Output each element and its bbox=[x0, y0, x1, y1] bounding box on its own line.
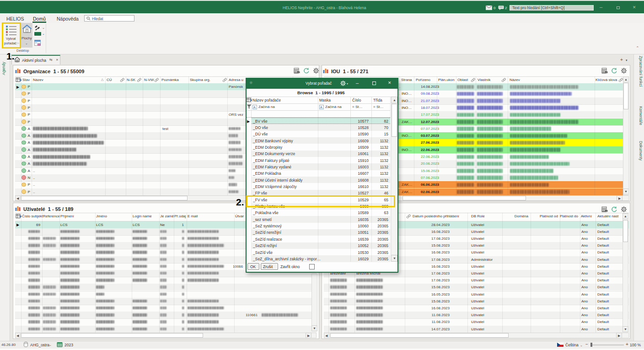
svg-text:A: A bbox=[253, 106, 256, 109]
svg-text:A: A bbox=[320, 106, 322, 109]
